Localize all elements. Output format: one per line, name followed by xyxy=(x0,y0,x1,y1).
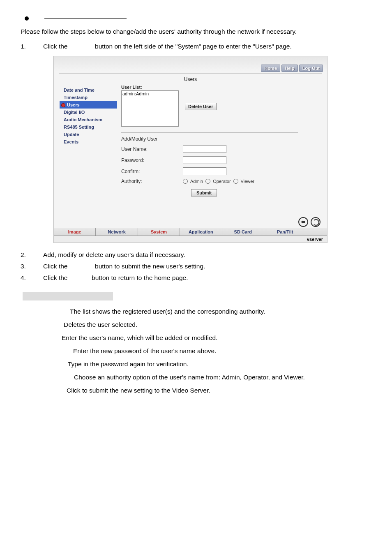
tab-system[interactable]: System xyxy=(138,228,180,236)
radio-admin-label: Admin xyxy=(190,179,203,184)
radio-operator-label: Operator xyxy=(213,179,231,184)
userlist-label: User List: xyxy=(121,85,142,90)
desc-password: Enter the new password of the user's nam… xyxy=(21,347,371,355)
sidebar-item-timestamp[interactable]: Timestamp xyxy=(60,94,117,101)
back-icon[interactable] xyxy=(298,217,308,227)
step-text: Add, modify or delete any user's data if… xyxy=(43,251,371,259)
step1-part-b: button on the left side of the "System" … xyxy=(95,43,292,50)
step-4: 4. Click the button to return to the hom… xyxy=(21,274,371,282)
radio-viewer-label: Viewer xyxy=(241,179,254,184)
help-button[interactable]: Help xyxy=(281,65,298,72)
username-label: User Name: xyxy=(121,146,183,152)
tab-application[interactable]: Application xyxy=(180,228,222,236)
radio-admin[interactable] xyxy=(183,179,188,184)
radio-operator[interactable] xyxy=(205,179,210,184)
page-title: Users xyxy=(54,74,327,85)
sidebar-item-users[interactable]: Users xyxy=(60,101,117,109)
step-number: 3. xyxy=(21,263,43,270)
step-2: 2. Add, modify or delete any user's data… xyxy=(21,251,371,259)
refresh-icon[interactable] xyxy=(311,217,321,227)
section-bullet-heading xyxy=(21,16,371,21)
authority-label: Authority: xyxy=(121,178,183,184)
home-button[interactable]: Home xyxy=(261,65,280,72)
bullet-icon xyxy=(25,16,29,21)
password-input[interactable] xyxy=(183,156,226,164)
sidebar-item-digital[interactable]: Digital I/O xyxy=(60,109,117,116)
intro-text: Please follow the steps below to change/… xyxy=(21,28,371,35)
tab-spacer xyxy=(306,228,327,236)
screenshot-topbar: Home Help Log Out xyxy=(54,56,327,73)
bottom-tabs: Image Network System Application SD Card… xyxy=(54,228,327,236)
step4-part-b: button to return to the home page. xyxy=(92,274,188,281)
sidebar-item-update[interactable]: Update xyxy=(60,131,117,138)
sidebar-item-audio[interactable]: Audio Mechanism xyxy=(60,116,117,123)
step3-part-b: button to submit the new user's setting. xyxy=(95,263,205,270)
desc-userlist: The list shows the registered user(s) an… xyxy=(21,308,371,315)
add-modify-label: Add/Modify User xyxy=(121,136,321,142)
sidebar: Date and Time Timestamp Users Digital I/… xyxy=(60,85,117,210)
step-number: 2. xyxy=(21,251,43,259)
gray-placeholder-bar xyxy=(23,292,113,300)
tab-sdcard[interactable]: SD Card xyxy=(222,228,264,236)
users-page-screenshot: Home Help Log Out Users Date and Time Ti… xyxy=(53,56,327,243)
sidebar-item-date[interactable]: Date and Time xyxy=(60,86,117,94)
username-input[interactable] xyxy=(183,145,226,153)
desc-delete: Deletes the user selected. xyxy=(21,321,371,328)
step-text: Click the button on the left side of the… xyxy=(43,43,371,50)
sidebar-item-events[interactable]: Events xyxy=(60,138,117,146)
sidebar-item-rs485[interactable]: RS485 Setting xyxy=(60,123,117,131)
tab-network[interactable]: Network xyxy=(96,228,138,236)
step-1: 1. Click the button on the left side of … xyxy=(21,43,371,50)
desc-authority: Choose an authority option of the user's… xyxy=(21,374,371,381)
step-text: Click the button to submit the new user'… xyxy=(43,263,371,270)
authority-radios: Admin Operator Viewer xyxy=(183,179,254,184)
step-number: 1. xyxy=(21,43,43,50)
desc-confirm: Type in the password again for verificat… xyxy=(21,361,371,368)
confirm-label: Confirm: xyxy=(121,169,183,174)
step3-part-a: Click the xyxy=(43,263,67,270)
user-list-box[interactable]: admin:Admin xyxy=(121,90,179,127)
step4-part-a: Click the xyxy=(43,274,67,281)
footer-label: vserver xyxy=(54,236,327,243)
heading-underline xyxy=(44,18,127,19)
tab-image[interactable]: Image xyxy=(54,228,96,236)
step-text: Click the button to return to the home p… xyxy=(43,274,371,282)
main-panel: User List: admin:Admin Delete User Add/M… xyxy=(117,85,321,210)
confirm-input[interactable] xyxy=(183,167,226,175)
desc-username: Enter the user's name, which will be add… xyxy=(21,334,371,342)
delete-user-button[interactable]: Delete User xyxy=(185,103,217,110)
step1-part-a: Click the xyxy=(43,43,67,50)
radio-viewer[interactable] xyxy=(233,179,238,184)
step-3: 3. Click the button to submit the new us… xyxy=(21,263,371,270)
user-list-item[interactable]: admin:Admin xyxy=(122,91,178,96)
tab-pantilt[interactable]: Pan/Tilt xyxy=(264,228,306,236)
desc-submit: Click to submit the new setting to the V… xyxy=(21,387,371,394)
nav-icon-row xyxy=(54,214,327,228)
submit-button[interactable]: Submit xyxy=(191,189,217,196)
password-label: Password: xyxy=(121,157,183,163)
logout-button[interactable]: Log Out xyxy=(299,65,323,72)
step-number: 4. xyxy=(21,274,43,282)
